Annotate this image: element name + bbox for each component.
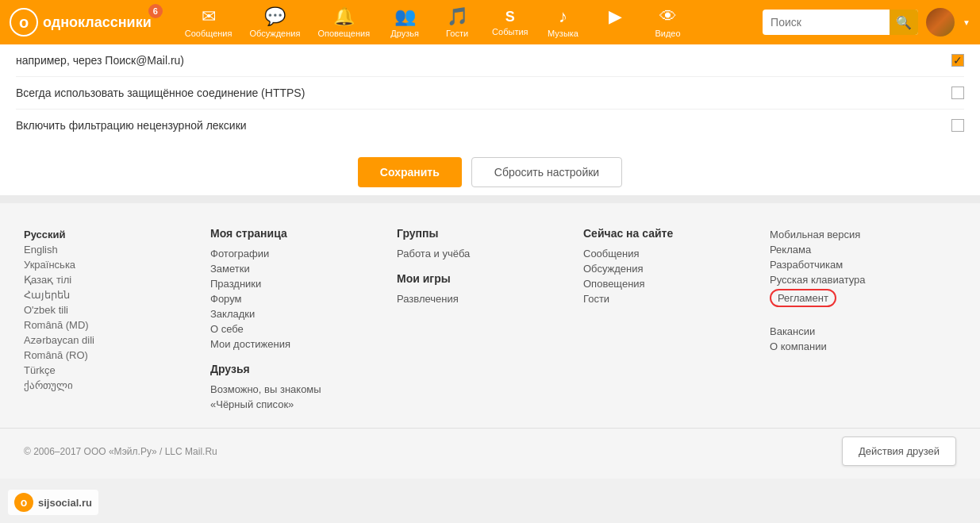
nav-video2-label: Видео <box>655 29 680 38</box>
footer-link-regulations[interactable]: Регламент <box>770 287 940 309</box>
footer-now-col: Сейчас на сайте Сообщения Обсуждения Опо… <box>583 227 770 412</box>
nav-notifications[interactable]: 🔔 Оповещения <box>311 3 376 41</box>
messages-badge: 6 <box>148 4 163 18</box>
events-icon: S <box>505 9 515 25</box>
top-navigation: о одноклассники 6 ✉ Сообщения 💬 Обсужден… <box>0 0 980 44</box>
lang-turkish[interactable]: Türkçe <box>24 363 194 378</box>
nav-friends[interactable]: 👥 Друзья <box>381 3 429 41</box>
footer-link-now-discussions[interactable]: Обсуждения <box>583 261 754 276</box>
nav-friends-label: Друзья <box>390 29 419 38</box>
avatar-dropdown-icon[interactable]: ▼ <box>963 18 970 27</box>
nav-messages-label: Сообщения <box>185 29 233 38</box>
search-input[interactable] <box>763 16 890 29</box>
footer-link-entertainment[interactable]: Развлечения <box>397 291 567 306</box>
footer-company-col: Мобильная версия Реклама Разработчикам Р… <box>770 227 956 412</box>
settings-buttons: Сохранить Сбросить настройки <box>16 141 964 195</box>
lang-romanian-ro[interactable]: Română (RO) <box>24 348 194 363</box>
avatar-image <box>926 8 955 37</box>
lang-azerbaijani[interactable]: Azərbaycan dili <box>24 333 194 348</box>
settings-panel: например, через Поиск@Mail.ru) ✓ Всегда … <box>0 44 980 195</box>
logo-area[interactable]: о одноклассники 6 <box>10 8 171 37</box>
footer-link-ads[interactable]: Реклама <box>770 242 940 257</box>
footer-bottom: © 2006–2017 ООО «Мэйл.Ру» / LLC Mail.Ru … <box>0 428 980 479</box>
watermark: о sijsocial.ru <box>8 490 98 515</box>
footer-link-now-messages[interactable]: Сообщения <box>583 246 754 261</box>
footer-link-holidays[interactable]: Праздники <box>210 276 381 291</box>
lang-romanian-md[interactable]: Română (MD) <box>24 317 194 333</box>
footer-company-links: Мобильная версия Реклама Разработчикам Р… <box>770 227 940 354</box>
lang-kazakh[interactable]: Қазақ тілі <box>24 272 194 287</box>
lang-russian[interactable]: Русский <box>24 227 194 242</box>
settings-checkbox-3[interactable] <box>951 119 964 132</box>
footer-link-now-guests[interactable]: Гости <box>583 291 754 306</box>
footer-link-developers[interactable]: Разработчикам <box>770 257 940 272</box>
footer: Русский English Українська Қазақ тілі Հա… <box>0 203 980 428</box>
footer-link-forum[interactable]: Форум <box>210 291 381 306</box>
settings-row-3-text: Включить фильтрацию нецензурной лексики <box>16 119 951 132</box>
discussions-icon: 💬 <box>264 6 286 27</box>
footer-link-achievements[interactable]: Мои достижения <box>210 336 381 352</box>
settings-row-1: например, через Поиск@Mail.ru) ✓ <box>16 44 964 77</box>
footer-now-links: Сообщения Обсуждения Оповещения Гости <box>583 246 754 306</box>
video-icon: 👁 <box>659 6 677 27</box>
settings-checkbox-1[interactable]: ✓ <box>951 54 964 67</box>
footer-link-now-notifications[interactable]: Оповещения <box>583 276 754 291</box>
nav-guests-label: Гости <box>446 29 468 38</box>
footer-link-keyboard[interactable]: Русская клавиатура <box>770 272 940 287</box>
footer-friends-links: Возможно, вы знакомы «Чёрный список» <box>210 382 381 412</box>
save-button[interactable]: Сохранить <box>358 157 462 187</box>
notifications-icon: 🔔 <box>333 6 355 27</box>
footer-mypage-title: Моя страница <box>210 227 381 240</box>
settings-checkbox-2[interactable] <box>951 87 964 99</box>
settings-row-2-text: Всегда использовать защищённое соединени… <box>16 87 951 99</box>
actions-friends-button[interactable]: Действия друзей <box>842 436 956 466</box>
music-icon: ♪ <box>559 6 567 27</box>
settings-row-1-text: например, через Поиск@Mail.ru) <box>16 54 951 67</box>
lang-english[interactable]: English <box>24 242 194 257</box>
footer-link-mobile[interactable]: Мобильная версия <box>770 227 940 242</box>
footer-groups-col: Группы Работа и учёба Мои игры Развлечен… <box>397 227 583 412</box>
lang-uzbek[interactable]: O'zbek tili <box>24 302 194 317</box>
footer-now-title: Сейчас на сайте <box>583 227 754 240</box>
footer-link-photos[interactable]: Фотографии <box>210 246 381 261</box>
avatar[interactable] <box>926 8 955 37</box>
footer-link-bookmarks[interactable]: Закладки <box>210 306 381 321</box>
language-list: Русский English Українська Қазақ тілі Հա… <box>24 227 194 393</box>
footer-mypage-links: Фотографии Заметки Праздники Форум Закла… <box>210 246 381 352</box>
watermark-text: sijsocial.ru <box>38 497 92 509</box>
nav-discussions-label: Обсуждения <box>249 29 300 38</box>
footer-mypage-col: Моя страница Фотографии Заметки Праздник… <box>210 227 397 412</box>
footer-mygames-title: Мои игры <box>397 272 567 285</box>
lang-armenian[interactable]: Հայերեն <box>24 287 194 302</box>
nav-discussions[interactable]: 💬 Обсуждения <box>243 3 306 41</box>
guests-icon: 🎵 <box>447 6 468 27</box>
reset-button[interactable]: Сбросить настройки <box>471 157 622 187</box>
settings-row-2: Всегда использовать защищённое соединени… <box>16 77 964 110</box>
footer-link-blacklist[interactable]: «Чёрный список» <box>210 397 381 412</box>
search-button[interactable]: 🔍 <box>890 10 918 35</box>
footer-link-notes[interactable]: Заметки <box>210 261 381 276</box>
messages-icon: ✉ <box>202 6 216 27</box>
footer-groups-title: Группы <box>397 227 567 240</box>
lang-georgian[interactable]: ქართული <box>24 378 194 393</box>
highlight-regulations[interactable]: Регламент <box>770 289 836 307</box>
play-icon: ▶ <box>609 6 622 27</box>
nav-guests[interactable]: 🎵 Гости <box>433 3 481 41</box>
lang-ukrainian[interactable]: Українська <box>24 257 194 272</box>
settings-row-3: Включить фильтрацию нецензурной лексики <box>16 110 964 141</box>
nav-events[interactable]: S События <box>486 6 534 40</box>
nav-messages[interactable]: ✉ Сообщения <box>179 3 239 41</box>
nav-music[interactable]: ♪ Музыка <box>540 3 587 41</box>
logo-text: одноклассники <box>43 14 152 31</box>
footer-link-about[interactable]: О себе <box>210 321 381 336</box>
nav-video[interactable]: 👁 Видео <box>644 3 692 41</box>
footer-link-work-study[interactable]: Работа и учёба <box>397 246 567 261</box>
footer-link-empty <box>770 309 940 324</box>
footer-link-company[interactable]: О компании <box>770 339 940 354</box>
nav-video-play[interactable]: ▶ x <box>592 3 640 41</box>
footer-link-maybe-friends[interactable]: Возможно, вы знакомы <box>210 382 381 397</box>
friends-icon: 👥 <box>394 6 416 27</box>
footer-link-vacancies[interactable]: Вакансии <box>770 324 940 339</box>
footer-copyright: © 2006–2017 ООО «Мэйл.Ру» / LLC Mail.Ru <box>24 446 217 457</box>
footer-groups-links: Работа и учёба <box>397 246 567 261</box>
